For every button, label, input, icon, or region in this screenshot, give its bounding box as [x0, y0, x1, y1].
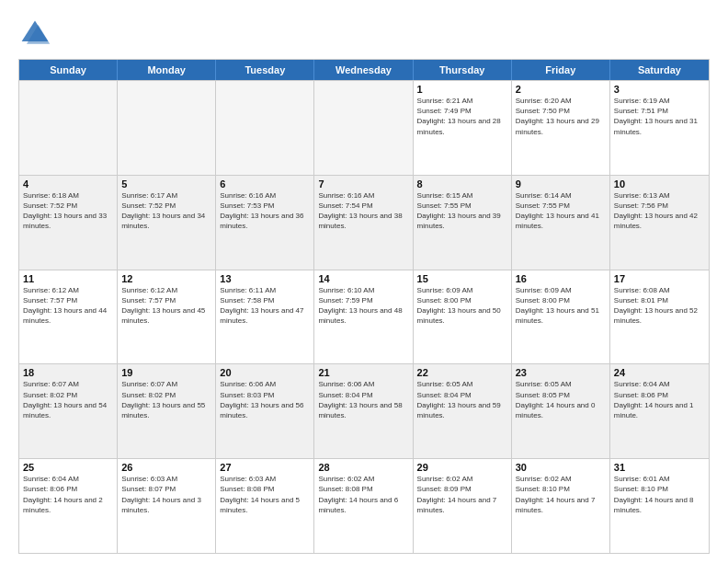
- calendar-row-4: 18Sunrise: 6:07 AMSunset: 8:02 PMDayligh…: [19, 363, 709, 458]
- calendar-cell-day-2: 2Sunrise: 6:20 AMSunset: 7:50 PMDaylight…: [512, 81, 610, 175]
- day-number: 12: [121, 273, 211, 284]
- calendar-cell-day-29: 29Sunrise: 6:02 AMSunset: 8:09 PMDayligh…: [414, 459, 512, 553]
- calendar-cell-day-27: 27Sunrise: 6:03 AMSunset: 8:08 PMDayligh…: [216, 459, 314, 553]
- calendar-cell-day-22: 22Sunrise: 6:05 AMSunset: 8:04 PMDayligh…: [414, 364, 512, 458]
- calendar-cell-day-15: 15Sunrise: 6:09 AMSunset: 8:00 PMDayligh…: [414, 270, 512, 364]
- day-number: 14: [318, 273, 408, 284]
- calendar-body: 1Sunrise: 6:21 AMSunset: 7:49 PMDaylight…: [19, 80, 709, 553]
- day-number: 24: [614, 367, 705, 378]
- day-info: Sunrise: 6:10 AMSunset: 7:59 PMDaylight:…: [318, 285, 408, 327]
- day-number: 13: [220, 273, 310, 284]
- day-number: 8: [417, 178, 507, 190]
- day-number: 28: [318, 462, 408, 473]
- day-number: 15: [417, 273, 507, 284]
- calendar-row-1: 1Sunrise: 6:21 AMSunset: 7:49 PMDaylight…: [19, 80, 709, 175]
- calendar-header: SundayMondayTuesdayWednesdayThursdayFrid…: [19, 60, 709, 80]
- calendar-cell-day-26: 26Sunrise: 6:03 AMSunset: 8:07 PMDayligh…: [118, 459, 216, 553]
- day-info: Sunrise: 6:03 AMSunset: 8:08 PMDaylight:…: [220, 474, 310, 515]
- day-info: Sunrise: 6:11 AMSunset: 7:58 PMDaylight:…: [220, 285, 310, 327]
- weekday-header-monday: Monday: [118, 60, 216, 80]
- day-number: 30: [516, 462, 606, 473]
- day-info: Sunrise: 6:14 AMSunset: 7:55 PMDaylight:…: [516, 190, 606, 232]
- calendar-cell-day-28: 28Sunrise: 6:02 AMSunset: 8:08 PMDayligh…: [314, 459, 413, 553]
- day-info: Sunrise: 6:20 AMSunset: 7:50 PMDaylight:…: [516, 96, 606, 137]
- calendar-cell-empty: [19, 81, 118, 175]
- weekday-header-friday: Friday: [512, 60, 610, 80]
- day-info: Sunrise: 6:12 AMSunset: 7:57 PMDaylight:…: [23, 285, 113, 327]
- day-info: Sunrise: 6:21 AMSunset: 7:49 PMDaylight:…: [417, 96, 507, 137]
- calendar-cell-day-18: 18Sunrise: 6:07 AMSunset: 8:02 PMDayligh…: [19, 364, 118, 458]
- day-info: Sunrise: 6:19 AMSunset: 7:51 PMDaylight:…: [614, 96, 705, 137]
- day-info: Sunrise: 6:17 AMSunset: 7:52 PMDaylight:…: [121, 190, 211, 232]
- calendar-cell-day-7: 7Sunrise: 6:16 AMSunset: 7:54 PMDaylight…: [314, 176, 413, 270]
- day-number: 11: [23, 273, 113, 284]
- day-number: 5: [121, 178, 211, 190]
- day-info: Sunrise: 6:09 AMSunset: 8:00 PMDaylight:…: [516, 285, 606, 327]
- day-number: 9: [516, 178, 606, 190]
- day-info: Sunrise: 6:05 AMSunset: 8:04 PMDaylight:…: [417, 379, 507, 420]
- day-info: Sunrise: 6:16 AMSunset: 7:54 PMDaylight:…: [318, 190, 408, 232]
- weekday-header-saturday: Saturday: [610, 60, 709, 80]
- day-number: 23: [516, 367, 606, 378]
- calendar-cell-day-20: 20Sunrise: 6:06 AMSunset: 8:03 PMDayligh…: [216, 364, 314, 458]
- day-number: 22: [417, 367, 507, 378]
- calendar-cell-empty: [314, 81, 413, 175]
- calendar-cell-day-13: 13Sunrise: 6:11 AMSunset: 7:58 PMDayligh…: [216, 270, 314, 364]
- day-number: 29: [417, 462, 507, 473]
- day-info: Sunrise: 6:02 AMSunset: 8:08 PMDaylight:…: [318, 474, 408, 515]
- day-number: 6: [220, 178, 310, 190]
- calendar-row-5: 25Sunrise: 6:04 AMSunset: 8:06 PMDayligh…: [19, 458, 709, 553]
- calendar-cell-empty: [118, 81, 216, 175]
- day-number: 7: [318, 178, 408, 190]
- calendar-cell-day-19: 19Sunrise: 6:07 AMSunset: 8:02 PMDayligh…: [118, 364, 216, 458]
- calendar-cell-day-3: 3Sunrise: 6:19 AMSunset: 7:51 PMDaylight…: [610, 81, 709, 175]
- day-info: Sunrise: 6:15 AMSunset: 7:55 PMDaylight:…: [417, 190, 507, 232]
- calendar-cell-day-8: 8Sunrise: 6:15 AMSunset: 7:55 PMDaylight…: [414, 176, 512, 270]
- day-info: Sunrise: 6:07 AMSunset: 8:02 PMDaylight:…: [23, 379, 113, 420]
- calendar-cell-day-14: 14Sunrise: 6:10 AMSunset: 7:59 PMDayligh…: [314, 270, 413, 364]
- calendar-cell-empty: [216, 81, 314, 175]
- day-number: 21: [318, 367, 408, 378]
- calendar-cell-day-23: 23Sunrise: 6:05 AMSunset: 8:05 PMDayligh…: [512, 364, 610, 458]
- day-info: Sunrise: 6:02 AMSunset: 8:10 PMDaylight:…: [516, 474, 606, 515]
- day-info: Sunrise: 6:07 AMSunset: 8:02 PMDaylight:…: [121, 379, 211, 420]
- weekday-header-wednesday: Wednesday: [314, 60, 413, 80]
- day-number: 2: [516, 84, 606, 95]
- calendar-cell-day-9: 9Sunrise: 6:14 AMSunset: 7:55 PMDaylight…: [512, 176, 610, 270]
- calendar-cell-day-30: 30Sunrise: 6:02 AMSunset: 8:10 PMDayligh…: [512, 459, 610, 553]
- calendar-cell-day-16: 16Sunrise: 6:09 AMSunset: 8:00 PMDayligh…: [512, 270, 610, 364]
- calendar-cell-day-25: 25Sunrise: 6:04 AMSunset: 8:06 PMDayligh…: [19, 459, 118, 553]
- calendar-row-3: 11Sunrise: 6:12 AMSunset: 7:57 PMDayligh…: [19, 270, 709, 364]
- logo-icon: [18, 17, 51, 50]
- calendar-cell-day-1: 1Sunrise: 6:21 AMSunset: 7:49 PMDaylight…: [414, 81, 512, 175]
- weekday-header-tuesday: Tuesday: [216, 60, 314, 80]
- day-info: Sunrise: 6:04 AMSunset: 8:06 PMDaylight:…: [614, 379, 705, 420]
- logo: [18, 17, 57, 50]
- day-info: Sunrise: 6:08 AMSunset: 8:01 PMDaylight:…: [614, 285, 705, 327]
- day-number: 26: [121, 462, 211, 473]
- calendar-cell-day-10: 10Sunrise: 6:13 AMSunset: 7:56 PMDayligh…: [610, 176, 709, 270]
- header: [18, 17, 710, 50]
- calendar-cell-day-6: 6Sunrise: 6:16 AMSunset: 7:53 PMDaylight…: [216, 176, 314, 270]
- day-number: 19: [121, 367, 211, 378]
- day-info: Sunrise: 6:12 AMSunset: 7:57 PMDaylight:…: [121, 285, 211, 327]
- day-number: 27: [220, 462, 310, 473]
- day-number: 17: [614, 273, 705, 284]
- day-info: Sunrise: 6:16 AMSunset: 7:53 PMDaylight:…: [220, 190, 310, 232]
- calendar-cell-day-11: 11Sunrise: 6:12 AMSunset: 7:57 PMDayligh…: [19, 270, 118, 364]
- day-info: Sunrise: 6:06 AMSunset: 8:04 PMDaylight:…: [318, 379, 408, 420]
- day-info: Sunrise: 6:09 AMSunset: 8:00 PMDaylight:…: [417, 285, 507, 327]
- day-info: Sunrise: 6:03 AMSunset: 8:07 PMDaylight:…: [121, 474, 211, 515]
- calendar-cell-day-21: 21Sunrise: 6:06 AMSunset: 8:04 PMDayligh…: [314, 364, 413, 458]
- day-info: Sunrise: 6:13 AMSunset: 7:56 PMDaylight:…: [614, 190, 705, 232]
- day-info: Sunrise: 6:01 AMSunset: 8:10 PMDaylight:…: [614, 474, 705, 515]
- weekday-header-thursday: Thursday: [414, 60, 512, 80]
- day-number: 4: [23, 178, 113, 190]
- day-number: 18: [23, 367, 113, 378]
- calendar-cell-day-5: 5Sunrise: 6:17 AMSunset: 7:52 PMDaylight…: [118, 176, 216, 270]
- day-number: 10: [614, 178, 705, 190]
- day-number: 20: [220, 367, 310, 378]
- calendar-cell-day-12: 12Sunrise: 6:12 AMSunset: 7:57 PMDayligh…: [118, 270, 216, 364]
- day-number: 16: [516, 273, 606, 284]
- calendar-cell-day-31: 31Sunrise: 6:01 AMSunset: 8:10 PMDayligh…: [610, 459, 709, 553]
